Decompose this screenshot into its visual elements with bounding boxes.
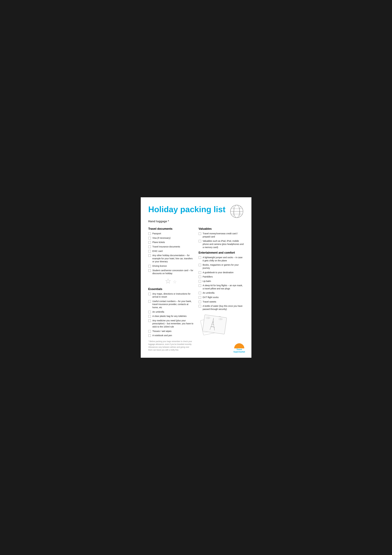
list-item: Travel money/overseas credit card / prep… (199, 232, 244, 238)
checkbox[interactable] (199, 271, 201, 274)
list-item: EHIC card (148, 250, 193, 253)
hand-luggage-heading: Hand luggage * (148, 220, 244, 223)
list-item: Driving licence (148, 264, 193, 268)
list-item: A guidebook to your destination (199, 271, 244, 274)
checkbox[interactable] (199, 276, 201, 278)
essentials-list: Any maps, directions or instructions for… (148, 292, 193, 337)
list-item: Plane tickets (148, 241, 193, 244)
travel-supermarket-logo: Travel Supermarket (233, 343, 245, 353)
logo-text: Travel Supermarket (233, 348, 245, 353)
checkbox[interactable] (199, 280, 201, 283)
checkbox[interactable] (148, 241, 151, 244)
postcard-illustration (199, 313, 244, 338)
list-item: A notebook and pen (148, 334, 193, 337)
page-title: Holiday packing list (148, 205, 226, 214)
list-item: Painkillers (199, 275, 244, 278)
postcard-svg (199, 313, 230, 338)
valuables-list: Travel money/overseas credit card / prep… (199, 232, 244, 249)
list-item: Valuables such as iPad, iPod, mobile pho… (199, 240, 244, 249)
checkbox[interactable] (148, 237, 151, 239)
checkbox[interactable] (199, 264, 201, 266)
checkbox[interactable] (148, 254, 151, 257)
list-item: A bottle of water (buy this once you hav… (199, 305, 244, 311)
checkbox[interactable] (199, 301, 201, 303)
entertainment-title: Entertainment and comfort (199, 251, 244, 254)
checkbox[interactable] (148, 311, 151, 313)
stars-decoration: ☆ ☆ (148, 278, 193, 285)
star-icon-big: ☆ (165, 277, 171, 285)
list-item: Lip balm (199, 280, 244, 283)
checkbox[interactable] (148, 269, 151, 272)
list-item: Student card/senior concession card – fo… (148, 269, 193, 275)
list-item: A clear plastic bag for any toiletries (148, 315, 193, 318)
list-item: Any maps, directions or instructions for… (148, 292, 193, 299)
checkbox[interactable] (199, 284, 201, 287)
checkbox[interactable] (148, 315, 151, 318)
list-item: An umbrella (199, 292, 244, 295)
checkbox[interactable] (148, 232, 151, 235)
checkbox[interactable] (148, 300, 151, 303)
list-item: Visa (if necessary) (148, 236, 193, 240)
checkbox[interactable] (199, 305, 201, 307)
page-title-row: Holiday packing list (148, 205, 244, 219)
checkbox[interactable] (148, 334, 151, 337)
list-item: Any medicine you need (plus your prescri… (148, 319, 193, 329)
list-item: Books, magazines or games for your journ… (199, 263, 244, 270)
checkbox[interactable] (148, 293, 151, 295)
list-item: Travel sweets (199, 300, 244, 303)
valuables-title: Valuables (199, 227, 244, 231)
left-column: Travel documents Passport Visa (if neces… (148, 226, 193, 351)
list-item: DVT flight socks (199, 296, 244, 299)
entertainment-list: A lightweight jumper and socks – in case… (199, 256, 244, 311)
list-item: An umbrella (148, 310, 193, 314)
list-item: A lightweight jumper and socks – in case… (199, 256, 244, 262)
list-item: Any other holiday documentation – for ex… (148, 254, 193, 263)
checkbox[interactable] (199, 232, 201, 235)
checkbox[interactable] (199, 296, 201, 299)
checkbox[interactable] (148, 246, 151, 248)
page: Holiday packing list Hand luggage * Trav… (141, 197, 251, 358)
checkbox[interactable] (148, 330, 151, 333)
logo-arc (234, 343, 244, 348)
checkbox[interactable] (199, 256, 201, 259)
star-icon-small: ☆ (173, 279, 177, 284)
main-content: Travel documents Passport Visa (if neces… (148, 226, 244, 351)
globe-icon (230, 204, 244, 219)
svg-rect-12 (202, 315, 227, 334)
list-item: Tissues / wet wipes (148, 330, 193, 333)
travel-docs-title: Travel documents (148, 227, 193, 231)
essentials-title: Essentials (148, 287, 193, 291)
checkbox[interactable] (148, 319, 151, 322)
checkbox[interactable] (148, 250, 151, 253)
list-item: Travel insurance documents (148, 245, 193, 248)
travel-docs-list: Passport Visa (if necessary) Plane ticke… (148, 232, 193, 275)
footnote: * Before packing your bags remember to c… (148, 340, 193, 351)
list-item: Passport (148, 232, 193, 235)
list-item: Useful contact numbers – for your bank, … (148, 300, 193, 309)
checkbox[interactable] (148, 265, 151, 267)
list-item: A sleep kit for long flights – an eye ma… (199, 284, 244, 290)
checkbox[interactable] (199, 292, 201, 294)
right-column: Valuables Travel money/overseas credit c… (199, 226, 244, 351)
checkbox[interactable] (199, 240, 201, 242)
